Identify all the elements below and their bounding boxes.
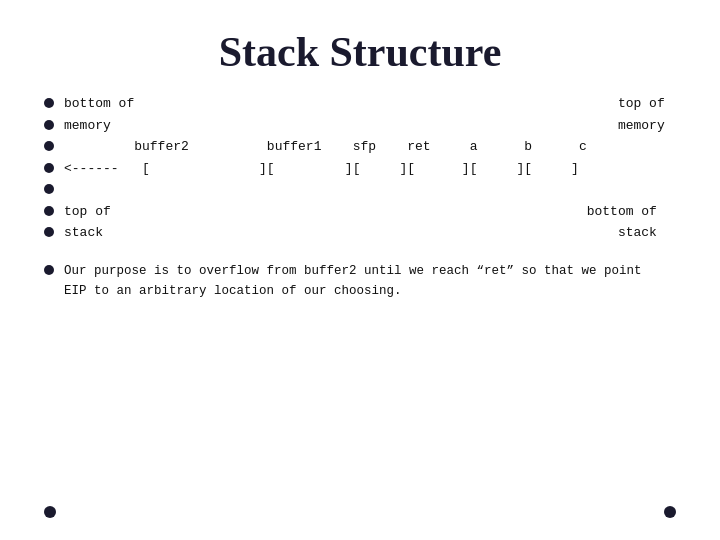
description-area: Our purpose is to overflow from buffer2 … [0,261,720,301]
bullet-text [64,180,72,200]
description-list: Our purpose is to overflow from buffer2 … [44,261,660,301]
bullet-dot [44,141,54,151]
list-item: memory memory [44,116,690,136]
corner-dot-right [664,506,676,518]
list-item: buffer2 buffer1 sfp ret a b c [44,137,690,157]
bullet-text: <------ [ ][ ][ ][ ][ ][ ] [64,159,579,179]
bullet-text: bottom of top of [64,94,665,114]
bullet-text: stack stack [64,223,657,243]
bullet-dot [44,206,54,216]
description-text: Our purpose is to overflow from buffer2 … [64,261,660,301]
list-item: top of bottom of [44,202,690,222]
bullet-text: memory memory [64,116,665,136]
bullet-dot [44,120,54,130]
bullet-dot [44,98,54,108]
description-item: Our purpose is to overflow from buffer2 … [44,261,660,301]
list-item: bottom of top of [44,94,690,114]
bullet-dot [44,265,54,275]
bullet-list: bottom of top of memory memory [44,94,690,243]
list-item: <------ [ ][ ][ ][ ][ ][ ] [44,159,690,179]
bullet-dot [44,184,54,194]
bullet-text: buffer2 buffer1 sfp ret a b c [64,137,587,157]
content-area: bottom of top of memory memory [0,94,720,243]
corner-dot-left [44,506,56,518]
page-title: Stack Structure [0,0,720,94]
bullet-text: top of bottom of [64,202,657,222]
bullet-dot [44,227,54,237]
list-item: stack stack [44,223,690,243]
list-item-empty [44,180,690,200]
bullet-dot [44,163,54,173]
